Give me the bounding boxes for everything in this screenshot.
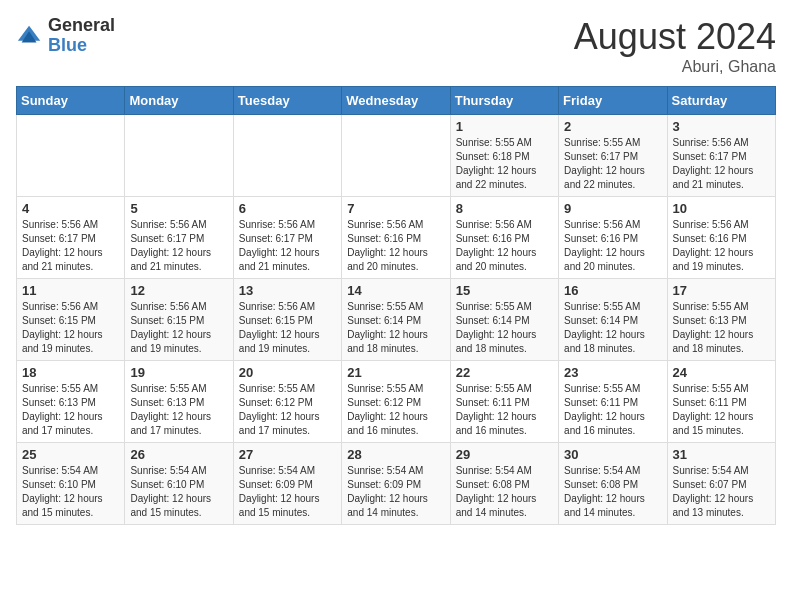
day-info: Sunrise: 5:54 AM Sunset: 6:07 PM Dayligh… <box>673 464 770 520</box>
day-number: 12 <box>130 283 227 298</box>
day-number: 8 <box>456 201 553 216</box>
calendar-cell: 26Sunrise: 5:54 AM Sunset: 6:10 PM Dayli… <box>125 443 233 525</box>
day-info: Sunrise: 5:54 AM Sunset: 6:08 PM Dayligh… <box>456 464 553 520</box>
day-number: 27 <box>239 447 336 462</box>
page-header: General Blue August 2024 Aburi, Ghana <box>16 16 776 76</box>
day-number: 21 <box>347 365 444 380</box>
calendar-dow-friday: Friday <box>559 87 667 115</box>
day-number: 26 <box>130 447 227 462</box>
day-number: 25 <box>22 447 119 462</box>
calendar-cell: 7Sunrise: 5:56 AM Sunset: 6:16 PM Daylig… <box>342 197 450 279</box>
calendar-cell: 1Sunrise: 5:55 AM Sunset: 6:18 PM Daylig… <box>450 115 558 197</box>
logo-text: General Blue <box>48 16 115 56</box>
day-number: 2 <box>564 119 661 134</box>
calendar-dow-thursday: Thursday <box>450 87 558 115</box>
day-number: 10 <box>673 201 770 216</box>
calendar-cell: 21Sunrise: 5:55 AM Sunset: 6:12 PM Dayli… <box>342 361 450 443</box>
day-info: Sunrise: 5:55 AM Sunset: 6:14 PM Dayligh… <box>564 300 661 356</box>
calendar-cell: 18Sunrise: 5:55 AM Sunset: 6:13 PM Dayli… <box>17 361 125 443</box>
calendar-cell: 29Sunrise: 5:54 AM Sunset: 6:08 PM Dayli… <box>450 443 558 525</box>
day-info: Sunrise: 5:55 AM Sunset: 6:17 PM Dayligh… <box>564 136 661 192</box>
logo-icon <box>16 22 44 50</box>
day-number: 24 <box>673 365 770 380</box>
day-info: Sunrise: 5:55 AM Sunset: 6:13 PM Dayligh… <box>22 382 119 438</box>
day-info: Sunrise: 5:56 AM Sunset: 6:16 PM Dayligh… <box>347 218 444 274</box>
calendar-cell: 5Sunrise: 5:56 AM Sunset: 6:17 PM Daylig… <box>125 197 233 279</box>
day-info: Sunrise: 5:56 AM Sunset: 6:16 PM Dayligh… <box>673 218 770 274</box>
day-info: Sunrise: 5:55 AM Sunset: 6:18 PM Dayligh… <box>456 136 553 192</box>
day-number: 17 <box>673 283 770 298</box>
calendar-dow-saturday: Saturday <box>667 87 775 115</box>
day-info: Sunrise: 5:56 AM Sunset: 6:15 PM Dayligh… <box>22 300 119 356</box>
day-number: 7 <box>347 201 444 216</box>
month-year: August 2024 <box>574 16 776 58</box>
calendar-cell: 9Sunrise: 5:56 AM Sunset: 6:16 PM Daylig… <box>559 197 667 279</box>
day-number: 5 <box>130 201 227 216</box>
calendar-cell: 12Sunrise: 5:56 AM Sunset: 6:15 PM Dayli… <box>125 279 233 361</box>
calendar-cell: 25Sunrise: 5:54 AM Sunset: 6:10 PM Dayli… <box>17 443 125 525</box>
calendar-cell: 31Sunrise: 5:54 AM Sunset: 6:07 PM Dayli… <box>667 443 775 525</box>
calendar-cell: 16Sunrise: 5:55 AM Sunset: 6:14 PM Dayli… <box>559 279 667 361</box>
day-number: 16 <box>564 283 661 298</box>
calendar-week-row: 11Sunrise: 5:56 AM Sunset: 6:15 PM Dayli… <box>17 279 776 361</box>
day-info: Sunrise: 5:55 AM Sunset: 6:11 PM Dayligh… <box>456 382 553 438</box>
calendar-cell: 27Sunrise: 5:54 AM Sunset: 6:09 PM Dayli… <box>233 443 341 525</box>
calendar-cell: 15Sunrise: 5:55 AM Sunset: 6:14 PM Dayli… <box>450 279 558 361</box>
calendar-cell: 11Sunrise: 5:56 AM Sunset: 6:15 PM Dayli… <box>17 279 125 361</box>
calendar-cell: 6Sunrise: 5:56 AM Sunset: 6:17 PM Daylig… <box>233 197 341 279</box>
day-number: 11 <box>22 283 119 298</box>
day-info: Sunrise: 5:55 AM Sunset: 6:12 PM Dayligh… <box>239 382 336 438</box>
calendar-cell: 22Sunrise: 5:55 AM Sunset: 6:11 PM Dayli… <box>450 361 558 443</box>
day-number: 19 <box>130 365 227 380</box>
calendar-cell: 24Sunrise: 5:55 AM Sunset: 6:11 PM Dayli… <box>667 361 775 443</box>
day-number: 3 <box>673 119 770 134</box>
day-info: Sunrise: 5:54 AM Sunset: 6:08 PM Dayligh… <box>564 464 661 520</box>
day-number: 14 <box>347 283 444 298</box>
logo-general-text: General <box>48 16 115 36</box>
calendar-dow-sunday: Sunday <box>17 87 125 115</box>
day-number: 31 <box>673 447 770 462</box>
day-number: 1 <box>456 119 553 134</box>
day-number: 4 <box>22 201 119 216</box>
day-info: Sunrise: 5:54 AM Sunset: 6:10 PM Dayligh… <box>22 464 119 520</box>
calendar-table: SundayMondayTuesdayWednesdayThursdayFrid… <box>16 86 776 525</box>
day-info: Sunrise: 5:54 AM Sunset: 6:10 PM Dayligh… <box>130 464 227 520</box>
calendar-week-row: 25Sunrise: 5:54 AM Sunset: 6:10 PM Dayli… <box>17 443 776 525</box>
day-info: Sunrise: 5:56 AM Sunset: 6:15 PM Dayligh… <box>130 300 227 356</box>
day-info: Sunrise: 5:56 AM Sunset: 6:17 PM Dayligh… <box>673 136 770 192</box>
day-number: 18 <box>22 365 119 380</box>
day-number: 23 <box>564 365 661 380</box>
logo-blue-text: Blue <box>48 36 115 56</box>
day-info: Sunrise: 5:55 AM Sunset: 6:13 PM Dayligh… <box>130 382 227 438</box>
day-info: Sunrise: 5:55 AM Sunset: 6:13 PM Dayligh… <box>673 300 770 356</box>
day-info: Sunrise: 5:56 AM Sunset: 6:17 PM Dayligh… <box>130 218 227 274</box>
calendar-week-row: 1Sunrise: 5:55 AM Sunset: 6:18 PM Daylig… <box>17 115 776 197</box>
day-info: Sunrise: 5:55 AM Sunset: 6:12 PM Dayligh… <box>347 382 444 438</box>
location: Aburi, Ghana <box>574 58 776 76</box>
day-number: 6 <box>239 201 336 216</box>
calendar-cell <box>233 115 341 197</box>
calendar-cell: 13Sunrise: 5:56 AM Sunset: 6:15 PM Dayli… <box>233 279 341 361</box>
calendar-cell <box>342 115 450 197</box>
logo: General Blue <box>16 16 115 56</box>
day-info: Sunrise: 5:56 AM Sunset: 6:17 PM Dayligh… <box>239 218 336 274</box>
calendar-cell: 10Sunrise: 5:56 AM Sunset: 6:16 PM Dayli… <box>667 197 775 279</box>
day-info: Sunrise: 5:56 AM Sunset: 6:15 PM Dayligh… <box>239 300 336 356</box>
day-info: Sunrise: 5:55 AM Sunset: 6:14 PM Dayligh… <box>347 300 444 356</box>
calendar-cell: 3Sunrise: 5:56 AM Sunset: 6:17 PM Daylig… <box>667 115 775 197</box>
day-info: Sunrise: 5:55 AM Sunset: 6:11 PM Dayligh… <box>673 382 770 438</box>
calendar-cell: 4Sunrise: 5:56 AM Sunset: 6:17 PM Daylig… <box>17 197 125 279</box>
calendar-week-row: 18Sunrise: 5:55 AM Sunset: 6:13 PM Dayli… <box>17 361 776 443</box>
day-info: Sunrise: 5:56 AM Sunset: 6:16 PM Dayligh… <box>456 218 553 274</box>
calendar-cell: 2Sunrise: 5:55 AM Sunset: 6:17 PM Daylig… <box>559 115 667 197</box>
day-info: Sunrise: 5:55 AM Sunset: 6:11 PM Dayligh… <box>564 382 661 438</box>
calendar-cell <box>125 115 233 197</box>
day-info: Sunrise: 5:54 AM Sunset: 6:09 PM Dayligh… <box>239 464 336 520</box>
calendar-cell: 14Sunrise: 5:55 AM Sunset: 6:14 PM Dayli… <box>342 279 450 361</box>
day-info: Sunrise: 5:56 AM Sunset: 6:17 PM Dayligh… <box>22 218 119 274</box>
calendar-dow-tuesday: Tuesday <box>233 87 341 115</box>
day-info: Sunrise: 5:56 AM Sunset: 6:16 PM Dayligh… <box>564 218 661 274</box>
day-number: 30 <box>564 447 661 462</box>
day-number: 15 <box>456 283 553 298</box>
day-number: 20 <box>239 365 336 380</box>
